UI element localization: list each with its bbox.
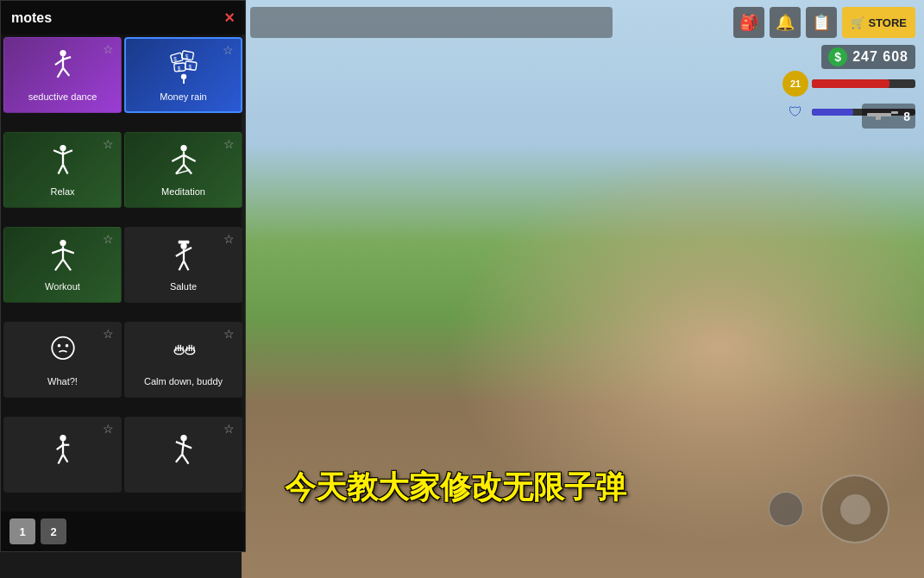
svg-line-38 bbox=[63, 259, 71, 270]
money-display: $ 247 608 bbox=[821, 45, 915, 69]
level-badge: 21 bbox=[783, 71, 808, 97]
emote-name-relax: Relax bbox=[47, 186, 78, 197]
svg-rect-10 bbox=[170, 52, 183, 62]
svg-text:$: $ bbox=[188, 63, 192, 69]
star-workout[interactable]: ☆ bbox=[103, 232, 114, 246]
svg-line-7 bbox=[63, 57, 71, 60]
emotes-header: motes × bbox=[1, 1, 245, 35]
emote-walk[interactable]: ☆ bbox=[3, 417, 122, 493]
svg-point-20 bbox=[60, 144, 66, 150]
svg-point-65 bbox=[180, 434, 186, 440]
emote-salute[interactable]: ☆ Salute bbox=[124, 227, 242, 303]
svg-line-8 bbox=[57, 67, 62, 77]
weapon-icon bbox=[867, 106, 898, 126]
armor-fill bbox=[812, 109, 853, 116]
emote-workout[interactable]: ☆ Workout bbox=[3, 227, 122, 303]
emotes-grid: ☆ seductive dance ☆ $ bbox=[1, 35, 245, 512]
emote-what[interactable]: ☆ What?! bbox=[3, 322, 122, 398]
svg-line-43 bbox=[175, 251, 183, 255]
svg-line-24 bbox=[58, 164, 62, 173]
store-label: STORE bbox=[868, 16, 907, 29]
book-button[interactable]: 📋 bbox=[806, 7, 837, 38]
star-dance2[interactable]: ☆ bbox=[223, 422, 235, 436]
joystick-inner bbox=[840, 494, 871, 525]
svg-line-23 bbox=[63, 150, 72, 154]
star-relax[interactable]: ☆ bbox=[103, 137, 114, 151]
money-amount: 247 608 bbox=[852, 49, 908, 65]
svg-point-18 bbox=[180, 73, 185, 79]
svg-rect-2 bbox=[876, 116, 879, 120]
svg-point-48 bbox=[65, 343, 68, 347]
svg-point-46 bbox=[52, 336, 73, 358]
emotes-title: motes bbox=[11, 10, 52, 26]
health-bar bbox=[812, 79, 915, 88]
emote-calm-down[interactable]: ☆ Calm down, buddy bbox=[124, 322, 242, 398]
joystick[interactable] bbox=[820, 474, 889, 543]
health-row: 21 bbox=[783, 71, 915, 97]
emote-money-rain[interactable]: ☆ $ $ $ $ Money rain bbox=[124, 37, 242, 113]
star-money-rain[interactable]: ☆ bbox=[223, 43, 234, 57]
emote-name-calm-down: Calm down, buddy bbox=[141, 376, 226, 386]
svg-point-33 bbox=[60, 239, 66, 245]
svg-point-26 bbox=[180, 144, 186, 150]
icon-seductive-dance bbox=[46, 49, 80, 88]
star-walk[interactable]: ☆ bbox=[103, 422, 114, 436]
level-number: 21 bbox=[790, 79, 801, 89]
icon-money-rain: $ $ $ $ bbox=[167, 49, 201, 88]
icon-meditation bbox=[167, 144, 201, 183]
svg-line-68 bbox=[184, 444, 192, 448]
page-2-button[interactable]: 2 bbox=[41, 518, 66, 544]
svg-line-31 bbox=[184, 164, 192, 173]
svg-rect-3 bbox=[879, 114, 881, 120]
emote-name-money-rain: Money rain bbox=[156, 91, 210, 102]
bell-button[interactable]: 🔔 bbox=[770, 7, 801, 38]
emote-name-what: What?! bbox=[44, 376, 81, 386]
page-1-button[interactable]: 1 bbox=[9, 518, 35, 544]
svg-text:$: $ bbox=[177, 65, 180, 71]
svg-line-29 bbox=[184, 154, 196, 160]
icon-walk bbox=[46, 434, 80, 473]
ammo-count: 8 bbox=[903, 110, 910, 123]
svg-line-28 bbox=[172, 154, 184, 160]
emote-dance2[interactable]: ☆ bbox=[124, 417, 242, 493]
svg-point-59 bbox=[60, 434, 66, 440]
emotes-panel: motes × ☆ seductive dance ☆ bbox=[0, 0, 246, 552]
icon-dance2 bbox=[167, 434, 201, 473]
icon-relax bbox=[46, 144, 80, 183]
cart-icon: 🛒 bbox=[851, 16, 864, 29]
svg-line-64 bbox=[63, 454, 67, 462]
svg-line-22 bbox=[53, 150, 63, 154]
svg-line-35 bbox=[52, 248, 63, 253]
svg-line-66 bbox=[182, 441, 184, 454]
star-salute[interactable]: ☆ bbox=[223, 232, 235, 246]
svg-text:$: $ bbox=[173, 55, 177, 61]
backpack-button[interactable]: 🎒 bbox=[733, 7, 764, 38]
svg-line-44 bbox=[179, 261, 183, 270]
close-button[interactable]: × bbox=[224, 8, 235, 28]
svg-text:$: $ bbox=[185, 53, 188, 59]
emote-meditation[interactable]: ☆ Meditation bbox=[124, 132, 242, 208]
svg-rect-1 bbox=[891, 111, 898, 114]
emote-relax[interactable]: ☆ Relax bbox=[3, 132, 122, 208]
star-what[interactable]: ☆ bbox=[103, 327, 114, 341]
icon-what bbox=[46, 334, 80, 373]
action-circle[interactable] bbox=[769, 492, 803, 526]
star-meditation[interactable]: ☆ bbox=[223, 137, 235, 151]
svg-line-70 bbox=[182, 454, 188, 463]
emote-name-seductive-dance: seductive dance bbox=[25, 91, 101, 102]
svg-line-63 bbox=[58, 454, 62, 463]
armor-icon: 🛡 bbox=[789, 104, 802, 120]
emote-seductive-dance[interactable]: ☆ seductive dance bbox=[3, 37, 122, 113]
star-seductive-dance[interactable]: ☆ bbox=[103, 42, 114, 56]
svg-point-47 bbox=[57, 343, 60, 347]
game-background: 🎒 🔔 📋 🛒 STORE $ 247 608 21 🛡 bbox=[242, 0, 924, 578]
svg-line-25 bbox=[63, 164, 67, 173]
svg-line-9 bbox=[63, 67, 69, 75]
emotes-footer: 1 2 bbox=[1, 512, 245, 551]
svg-line-6 bbox=[54, 59, 62, 64]
star-calm-down[interactable]: ☆ bbox=[223, 327, 235, 341]
emote-name-workout: Workout bbox=[41, 281, 84, 292]
search-bar[interactable] bbox=[250, 7, 613, 38]
health-fill bbox=[812, 79, 889, 88]
store-button[interactable]: 🛒 STORE bbox=[842, 7, 915, 38]
